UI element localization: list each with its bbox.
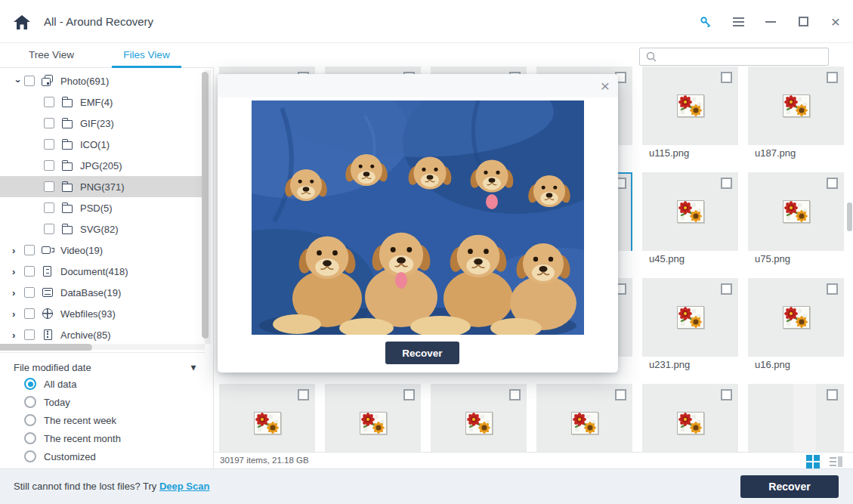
tree-item-label: Photo(691) (60, 76, 109, 87)
modal-header: × (218, 74, 618, 97)
file-cell[interactable] (642, 384, 738, 452)
minimize-icon[interactable] (764, 14, 777, 29)
date-filter-option[interactable]: All data (0, 375, 205, 393)
file-cell[interactable]: u231.png (642, 278, 738, 373)
tree-item[interactable]: › Video(19) (0, 240, 205, 261)
expander-icon[interactable]: › (12, 266, 24, 277)
checkbox[interactable] (24, 329, 35, 340)
search-icon (645, 51, 657, 63)
modal-close-icon[interactable]: × (601, 76, 610, 97)
image-file-icon (677, 200, 704, 223)
checkbox[interactable] (403, 389, 415, 400)
tab-files-view[interactable]: Files View (112, 43, 181, 68)
tree-item[interactable]: ICO(1) (0, 134, 205, 155)
tree-item[interactable]: › Photo(691) (0, 70, 205, 91)
checkbox[interactable] (827, 178, 838, 189)
checkbox[interactable] (24, 287, 35, 298)
tree-horizontal-scrollbar[interactable] (0, 344, 205, 350)
tab-tree-view[interactable]: Tree View (15, 43, 88, 67)
checkbox[interactable] (721, 178, 732, 189)
tree-item[interactable]: JPG(205) (0, 155, 205, 176)
tree-item[interactable]: EMF(4) (0, 91, 205, 113)
folder-icon (60, 181, 75, 193)
radio-icon[interactable] (24, 450, 36, 462)
radio-icon[interactable] (24, 414, 36, 426)
recover-button[interactable]: Recover (740, 475, 839, 498)
database-icon (41, 286, 55, 298)
tree-item[interactable]: SVG(82) (0, 218, 205, 240)
checkbox[interactable] (827, 283, 838, 295)
tree-vertical-scrollbar[interactable] (205, 70, 211, 344)
file-cell[interactable] (325, 384, 421, 452)
tree-item-label: Archive(85) (60, 329, 110, 341)
radio-icon[interactable] (24, 378, 36, 390)
checkbox[interactable] (24, 308, 35, 319)
checkbox[interactable] (721, 72, 732, 83)
list-view-icon[interactable] (830, 456, 842, 467)
grid-scrollbar[interactable] (847, 203, 852, 231)
checkbox[interactable] (44, 118, 54, 128)
search-input[interactable] (657, 49, 828, 64)
file-name: u45.png (642, 251, 738, 267)
image-file-icon (465, 412, 493, 434)
tree-item[interactable]: PNG(371) (0, 176, 205, 197)
tree-item[interactable]: PSD(5) (0, 197, 205, 218)
expander-icon[interactable]: › (12, 329, 24, 341)
close-icon[interactable]: × (829, 14, 842, 29)
grid-view-icon[interactable] (806, 455, 812, 461)
checkbox[interactable] (44, 181, 54, 192)
maximize-icon[interactable] (796, 14, 810, 29)
date-filter-option[interactable]: The recent month (0, 429, 205, 447)
expander-icon[interactable]: › (13, 75, 24, 87)
image-file-icon (254, 412, 281, 434)
checkbox[interactable] (24, 76, 35, 86)
date-filter-header[interactable]: File modified date ▾ (0, 360, 205, 375)
file-cell[interactable]: u45.png (642, 172, 738, 267)
modal-recover-button[interactable]: Recover (385, 342, 459, 364)
radio-icon[interactable] (24, 396, 36, 408)
file-cell[interactable]: u75.png (748, 172, 844, 267)
tree-item[interactable]: › DataBase(19) (0, 282, 205, 303)
expander-icon[interactable]: › (12, 245, 24, 256)
checkbox[interactable] (509, 389, 521, 400)
radio-icon[interactable] (24, 432, 36, 444)
image-file-icon (783, 306, 810, 329)
file-cell[interactable] (536, 384, 632, 452)
tree-item[interactable]: › Document(418) (0, 261, 205, 282)
checkbox[interactable] (827, 389, 838, 400)
date-filter-option[interactable]: Today (0, 393, 205, 411)
checkbox[interactable] (24, 245, 35, 255)
expander-icon[interactable]: › (12, 308, 24, 320)
tree-item[interactable]: › Webfiles(93) (0, 303, 205, 324)
checkbox[interactable] (44, 160, 54, 171)
file-cell[interactable]: u16.png (748, 278, 844, 373)
file-cell[interactable]: u187.png (748, 66, 844, 162)
tree-item[interactable]: GIF(23) (0, 113, 205, 134)
date-filter-option[interactable]: The recent week (0, 411, 205, 429)
folder-icon (60, 223, 75, 235)
chevron-down-icon[interactable]: ▾ (191, 362, 196, 373)
checkbox[interactable] (827, 72, 838, 83)
date-filter-option[interactable]: Customized (0, 447, 205, 465)
home-icon[interactable] (14, 15, 30, 32)
deep-scan-link[interactable]: Deep Scan (159, 481, 209, 492)
tree-item[interactable]: › Archive(85) (0, 324, 205, 345)
file-cell[interactable] (219, 384, 315, 452)
file-cell[interactable] (431, 384, 527, 452)
checkbox[interactable] (721, 283, 732, 295)
file-cell[interactable] (748, 384, 844, 452)
menu-icon[interactable] (731, 14, 745, 29)
tree-item-label: PNG(371) (80, 181, 125, 193)
checkbox[interactable] (44, 97, 54, 107)
checkbox[interactable] (44, 203, 54, 213)
license-key-icon[interactable] (699, 14, 712, 29)
checkbox[interactable] (44, 224, 54, 234)
checkbox[interactable] (24, 266, 35, 277)
expander-icon[interactable]: › (12, 287, 24, 298)
checkbox[interactable] (615, 389, 626, 400)
checkbox[interactable] (44, 139, 54, 150)
file-cell[interactable]: u115.png (642, 66, 738, 162)
search-box[interactable] (639, 48, 829, 66)
checkbox[interactable] (721, 389, 732, 400)
checkbox[interactable] (298, 389, 309, 400)
